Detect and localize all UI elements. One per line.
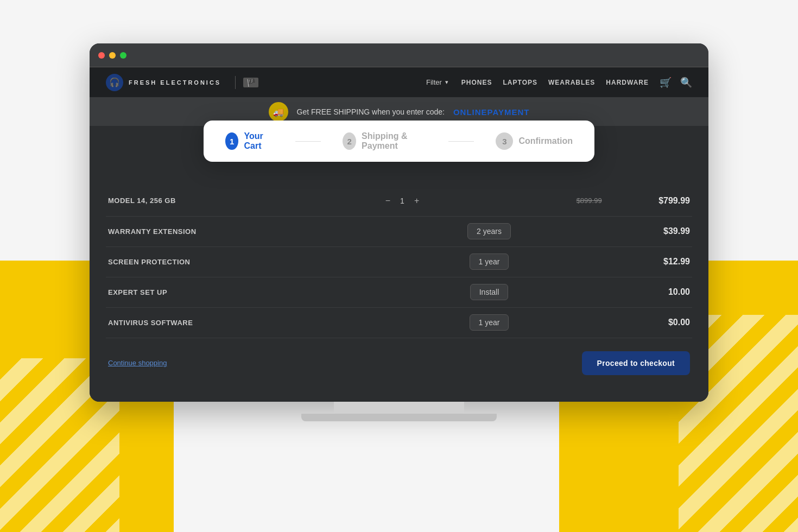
item-name-4: ANTIVIRUS SOFTWARE [106, 307, 370, 338]
laptop-base [301, 414, 497, 421]
step-divider-1 [295, 141, 321, 142]
laptop-display: 🎧 FRESH ELECTRONICS 🏴 Filter ▾ PHONES LA… [90, 43, 708, 402]
qty-control: − 1 + [372, 196, 433, 206]
cart-actions: Continue shopping Proceed to checkout [106, 351, 692, 375]
table-row: ANTIVIRUS SOFTWARE 1 year $0.00 [106, 307, 692, 338]
qty-increase-btn[interactable]: + [412, 196, 421, 206]
step-1-label: Your Cart [244, 131, 274, 151]
item-option-2: 1 year [435, 246, 543, 277]
step-3-number: 3 [496, 132, 513, 150]
item-qty-0: − 1 + [370, 186, 435, 216]
headphone-icon: 🎧 [109, 77, 120, 87]
option-pill: 1 year [470, 254, 509, 270]
item-name-1: WARRANTY EXTENSION [106, 216, 370, 246]
nav-links: PHONES LAPTOPS WEARABLES HARDWARE [461, 79, 649, 86]
step-1-number: 1 [225, 132, 238, 150]
search-icon[interactable]: 🔍 [680, 77, 692, 88]
step-divider-2 [448, 141, 474, 142]
table-row: EXPERT SET UP Install 10.00 [106, 277, 692, 307]
item-price-0: $799.99 [604, 186, 692, 216]
nav-divider [235, 76, 236, 89]
step-3: 3 Confirmation [496, 132, 573, 150]
content-area: 1 Your Cart 2 Shipping & Payment 3 Confi… [90, 126, 708, 386]
item-name-2: SCREEN PROTECTION [106, 246, 370, 277]
flag-icon: 🏴 [243, 78, 258, 87]
checkout-steps-modal: 1 Your Cart 2 Shipping & Payment 3 Confi… [204, 121, 594, 162]
item-price-1: $39.99 [604, 216, 692, 246]
item-price-4: $0.00 [604, 307, 692, 338]
item-price-3: 10.00 [604, 277, 692, 307]
browser-chrome [90, 43, 708, 67]
option-pill: 2 years [467, 223, 511, 239]
step-3-label: Confirmation [518, 136, 573, 146]
nav-icons: 🛒 🔍 [660, 77, 692, 88]
item-name-0: MODEL 14, 256 GB [106, 186, 370, 216]
nav-phones[interactable]: PHONES [461, 79, 492, 86]
proceed-to-checkout-button[interactable]: Proceed to checkout [582, 351, 690, 375]
browser-window: 🎧 FRESH ELECTRONICS 🏴 Filter ▾ PHONES LA… [90, 43, 708, 402]
laptop-stand [334, 402, 464, 415]
item-option-4: 1 year [435, 307, 543, 338]
shipping-icon: 🚚 [269, 102, 288, 122]
navbar: 🎧 FRESH ELECTRONICS 🏴 Filter ▾ PHONES LA… [90, 67, 708, 98]
nav-wearables[interactable]: WEARABLES [548, 79, 595, 86]
step-2: 2 Shipping & Payment [343, 131, 427, 151]
website-content: 🎧 FRESH ELECTRONICS 🏴 Filter ▾ PHONES LA… [90, 67, 708, 402]
promo-text: Get FREE SHIPPING when you enter code: [297, 107, 445, 116]
original-price-0: $899.99 [543, 186, 604, 216]
traffic-light-green [120, 52, 126, 59]
step-2-label: Shipping & Payment [362, 131, 427, 151]
option-pill: 1 year [470, 314, 509, 331]
item-option-3: Install [435, 277, 543, 307]
table-row: SCREEN PROTECTION 1 year $12.99 [106, 246, 692, 277]
table-row: WARRANTY EXTENSION 2 years $39.99 [106, 216, 692, 246]
logo-icon: 🎧 [106, 74, 123, 91]
cart-icon[interactable]: 🛒 [660, 77, 672, 88]
filter-button[interactable]: Filter ▾ [426, 78, 448, 86]
traffic-light-yellow [109, 52, 116, 59]
cart-table: MODEL 14, 256 GB − 1 + $899.99 $799.99 [106, 186, 692, 338]
nav-hardware[interactable]: HARDWARE [606, 79, 649, 86]
item-price-2: $12.99 [604, 246, 692, 277]
brand-name: FRESH ELECTRONICS [129, 79, 221, 86]
truck-icon: 🚚 [273, 107, 284, 117]
promo-code: ONLINEPAYMENT [453, 107, 530, 117]
continue-shopping-link[interactable]: Continue shopping [108, 359, 167, 367]
qty-decrease-btn[interactable]: − [383, 196, 392, 206]
table-row: MODEL 14, 256 GB − 1 + $899.99 $799.99 [106, 186, 692, 216]
nav-laptops[interactable]: LAPTOPS [503, 79, 537, 86]
chevron-down-icon: ▾ [445, 79, 448, 86]
item-option-1: 2 years [435, 216, 543, 246]
filter-label: Filter [426, 78, 442, 86]
option-pill: Install [470, 284, 509, 300]
traffic-light-red [98, 52, 105, 59]
step-2-number: 2 [343, 132, 356, 150]
item-name-3: EXPERT SET UP [106, 277, 370, 307]
step-1: 1 Your Cart [225, 131, 274, 151]
qty-value: 1 [398, 197, 407, 205]
brand-logo: 🎧 FRESH ELECTRONICS [106, 74, 221, 91]
